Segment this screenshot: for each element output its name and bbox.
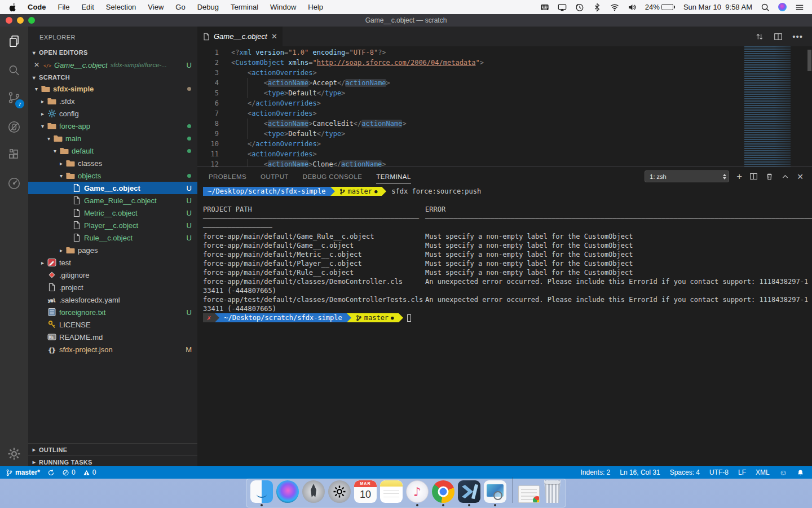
tree-item-README.md[interactable]: README.md (28, 331, 197, 343)
battery-indicator[interactable]: 24% (645, 3, 675, 11)
menu-item-help[interactable]: Help (308, 3, 323, 11)
search-icon[interactable] (0, 58, 28, 83)
dock-item-itunes[interactable] (406, 480, 429, 503)
tree-item-.sfdx[interactable]: ▸.sfdx (28, 95, 197, 107)
volume-icon[interactable] (628, 3, 637, 12)
menu-item-terminal[interactable]: Terminal (231, 3, 258, 11)
open-editors-section[interactable]: ▾ OPEN EDITORS (28, 46, 197, 59)
language-mode[interactable]: XML (756, 468, 770, 476)
feedback-smiley-icon[interactable]: ☺ (779, 468, 787, 476)
terminal-shell-select[interactable]: 1: zsh (645, 170, 729, 182)
sync-button[interactable] (47, 469, 55, 476)
tree-item-.project[interactable]: .project (28, 281, 197, 294)
menu-item-edit[interactable]: Edit (81, 3, 94, 11)
maximize-panel-icon[interactable] (781, 172, 789, 181)
tree-item-objects[interactable]: ▾objects (28, 169, 197, 182)
time-machine-icon[interactable] (575, 3, 584, 12)
minimize-window-button[interactable] (17, 17, 24, 24)
dock-item-notes[interactable] (380, 480, 403, 503)
open-editor-item[interactable]: ✕ Game__c.object sfdx-simple/force-... U (28, 59, 197, 71)
outline-section[interactable]: ▸ OUTLINE (28, 443, 197, 456)
menu-item-file[interactable]: File (58, 3, 70, 11)
menu-item-go[interactable]: Go (175, 3, 185, 11)
tree-item-Game_Rule__c.object[interactable]: Game_Rule__c.objectU (28, 194, 197, 207)
close-window-button[interactable] (6, 17, 12, 24)
close-editor-icon[interactable]: ✕ (33, 61, 41, 69)
tree-item-test[interactable]: ▸test (28, 256, 197, 269)
dock-item-prefs[interactable] (328, 480, 351, 503)
branch-indicator[interactable]: master* (6, 468, 40, 476)
notification-center-icon[interactable] (795, 3, 804, 12)
apple-menu-icon[interactable] (8, 3, 16, 12)
notifications-bell-icon[interactable] (797, 469, 804, 476)
warnings-indicator[interactable]: 0 (83, 468, 96, 476)
debug-icon[interactable] (0, 115, 28, 139)
tree-item-default[interactable]: ▾default (28, 144, 197, 157)
dock-item-calendar[interactable]: MAR10 (354, 480, 377, 503)
tree-item-Metric__c.object[interactable]: Metric__c.objectU (28, 207, 197, 219)
panel-tab-output[interactable]: OUTPUT (261, 170, 289, 183)
menu-item-selection[interactable]: Selection (106, 3, 136, 11)
kill-terminal-icon[interactable] (765, 172, 774, 181)
gauge-extension-icon[interactable] (0, 171, 28, 196)
cursor-position[interactable]: Ln 16, Col 31 (620, 468, 660, 476)
panel-tab-terminal[interactable]: TERMINAL (376, 170, 411, 183)
new-terminal-icon[interactable]: + (736, 172, 742, 181)
menu-clock[interactable]: Sun Mar 10 9:58 AM (683, 3, 752, 11)
code-editor[interactable]: 1<?xml version="1.0" encoding="UTF-8"?>2… (197, 46, 812, 167)
dock-item-chrome[interactable] (432, 480, 454, 503)
menu-item-window[interactable]: Window (270, 3, 296, 11)
tree-item-config[interactable]: ▸config (28, 107, 197, 120)
tab-close-icon[interactable]: ✕ (271, 32, 277, 41)
tree-item-force-app[interactable]: ▾force-app (28, 120, 197, 132)
tree-item-sfdx-simple[interactable]: ▾sfdx-simple (28, 82, 197, 95)
more-actions-icon[interactable]: ••• (792, 32, 803, 41)
source-control-icon[interactable]: 7 (0, 85, 28, 110)
menu-item-debug[interactable]: Debug (197, 3, 219, 11)
eol-status[interactable]: LF (738, 468, 746, 476)
dock-item-minwin[interactable] (518, 480, 540, 503)
menu-item-view[interactable]: View (148, 3, 164, 11)
wifi-icon[interactable] (610, 3, 619, 12)
editor-tab[interactable]: Game__c.object ✕ (197, 27, 283, 46)
dock-item-finder[interactable] (250, 480, 273, 503)
dock-item-trash[interactable] (543, 480, 562, 503)
tree-item-.gitignore[interactable]: .gitignore (28, 269, 197, 281)
spotlight-search-icon[interactable] (761, 3, 770, 12)
panel-tab-problems[interactable]: PROBLEMS (209, 170, 246, 183)
extensions-icon[interactable] (0, 142, 28, 167)
tree-item-.salesforcedx.yaml[interactable]: .salesforcedx.yaml (28, 294, 197, 306)
tree-item-Rule__c.object[interactable]: Rule__c.objectU (28, 231, 197, 244)
split-terminal-icon[interactable] (749, 172, 758, 181)
running-tasks-section[interactable]: ▸ RUNNING TASKS (28, 456, 197, 466)
minimap[interactable] (736, 46, 805, 167)
close-panel-icon[interactable]: ✕ (797, 172, 804, 181)
tree-item-Player__c.object[interactable]: Player__c.objectU (28, 219, 197, 231)
encoding-status[interactable]: UTF-8 (709, 468, 729, 476)
indents-status[interactable]: Indents: 2 (581, 468, 611, 476)
terminal-output[interactable]: ~/Desktop/scratch/sfdx-simplemaster●sfdx… (202, 187, 811, 322)
tree-item-LICENSE[interactable]: LICENSE (28, 318, 197, 331)
bluetooth-icon[interactable] (593, 3, 602, 12)
dock-item-vscode[interactable] (458, 480, 480, 503)
panel-tab-debug-console[interactable]: DEBUG CONSOLE (303, 170, 363, 183)
dock-item-launchpad[interactable] (302, 480, 325, 503)
split-editor-icon[interactable] (774, 32, 783, 41)
keyboard-icon[interactable] (540, 3, 549, 12)
errors-indicator[interactable]: 0 (62, 468, 76, 476)
dock-item-siri[interactable] (276, 480, 299, 503)
siri-icon[interactable] (778, 3, 787, 11)
open-changes-icon[interactable] (755, 32, 764, 41)
dock-item-preview[interactable] (484, 480, 506, 503)
settings-gear-icon[interactable] (0, 441, 28, 466)
tree-item-main[interactable]: ▾main (28, 132, 197, 144)
editor-scrollbar[interactable] (807, 50, 811, 71)
zoom-window-button[interactable] (28, 17, 35, 24)
indentation-status[interactable]: Spaces: 4 (670, 468, 700, 476)
tree-item-Game__c.object[interactable]: Game__c.objectU (28, 182, 197, 194)
tree-item-sfdx-project.json[interactable]: sfdx-project.jsonM (28, 343, 197, 356)
menu-app-name[interactable]: Code (28, 3, 46, 11)
tree-item-classes[interactable]: ▸classes (28, 157, 197, 169)
airplay-display-icon[interactable] (558, 3, 567, 12)
tree-item-pages[interactable]: ▸pages (28, 244, 197, 256)
